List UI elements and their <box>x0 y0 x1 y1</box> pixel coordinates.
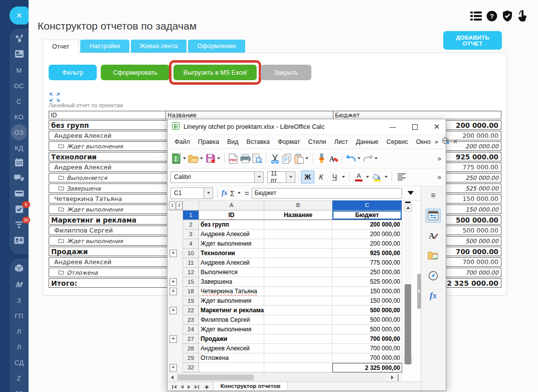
cell-B12[interactable] <box>264 268 332 277</box>
vertical-scroll-thumb[interactable] <box>405 284 411 364</box>
maximize-icon[interactable] <box>406 120 424 134</box>
sidebar-item-chat[interactable] <box>10 173 29 184</box>
cell-A10[interactable]: Технологии <box>199 249 264 258</box>
cell-C29[interactable]: 700 000,00 <box>332 353 402 363</box>
outline-expand-button[interactable]: + <box>169 288 177 295</box>
expand-formula-bar-icon[interactable] <box>408 191 414 195</box>
cell-B27[interactable] <box>264 334 332 344</box>
bold-button[interactable]: Ж <box>301 170 314 183</box>
print-preview-icon[interactable] <box>251 151 263 165</box>
row-header-15[interactable]: 15 <box>183 277 199 287</box>
highlight-color-dropdown-icon[interactable] <box>385 176 388 178</box>
cell-C23[interactable]: 500 000,00 <box>332 315 402 325</box>
cell-C4[interactable]: 200 000,00 <box>332 239 402 249</box>
italic-button[interactable]: К <box>314 170 328 183</box>
action-button-фильтр[interactable]: Фильтр <box>49 65 97 80</box>
cell-C27[interactable]: 700 000,00 <box>332 334 402 344</box>
first-sheet-icon[interactable] <box>170 383 178 390</box>
sidebar-item-ос[interactable]: ОС <box>10 80 29 91</box>
close-icon[interactable]: ✕ <box>428 120 446 134</box>
add-sheet-button[interactable]: + <box>205 382 209 390</box>
row-header-27[interactable]: 27 <box>183 334 199 344</box>
cell-C22[interactable]: 500 000,00 <box>332 306 402 315</box>
shield-check-icon[interactable] <box>502 10 513 22</box>
split-handle[interactable] <box>398 374 401 381</box>
scroll-up-icon[interactable] <box>404 204 412 212</box>
toolbar-overflow-chevrons[interactable]: » <box>437 154 446 162</box>
row-header-28[interactable]: 28 <box>183 344 199 353</box>
row-header-10[interactable]: 10 <box>183 249 199 258</box>
row-header-23[interactable]: 23 <box>183 315 199 325</box>
formatbar-overflow-chevrons[interactable]: » <box>437 173 446 181</box>
cell-B29[interactable] <box>264 353 332 363</box>
name-box-dropdown-icon[interactable] <box>204 188 213 199</box>
cell-A24[interactable]: Ждет выполнения <box>199 325 264 334</box>
menu-формат[interactable]: Формат <box>274 138 304 145</box>
sum-icon[interactable]: Σ <box>230 189 235 198</box>
sidebar-styles-icon[interactable]: A <box>426 229 441 243</box>
tab-живая-лента[interactable]: Живая лента <box>131 40 187 53</box>
sidebar-item-оз[interactable]: ОЗ <box>10 127 29 138</box>
open-icon[interactable] <box>188 151 200 165</box>
cut-icon[interactable] <box>269 151 281 165</box>
sidebar-item-л[interactable]: Л <box>10 326 29 337</box>
sidebar-navigator-icon[interactable] <box>426 269 441 283</box>
sidebar-item-logo-m[interactable]: M <box>10 279 29 290</box>
cell-C32[interactable]: 2 325 000,00 <box>332 363 402 372</box>
font-size-dropdown-icon[interactable] <box>286 172 295 182</box>
minimize-icon[interactable]: — <box>384 120 402 134</box>
font-size-combobox[interactable]: 11 пт <box>267 171 295 183</box>
cell-A4[interactable]: Ждет выполнения <box>199 239 264 249</box>
next-sheet-icon[interactable] <box>186 383 193 390</box>
cell-B18[interactable] <box>264 287 332 296</box>
cell-A15[interactable]: Завершена <box>199 277 264 287</box>
sidebar-item-м[interactable]: М <box>10 65 29 76</box>
underline-button[interactable]: Ч <box>328 170 341 183</box>
cell-A27[interactable]: Продажи <box>199 334 264 344</box>
click-hand-icon[interactable] <box>517 10 527 22</box>
row-header-22[interactable]: 22 <box>183 306 199 315</box>
sidebar-sidebar-settings-icon[interactable]: ≡ <box>426 188 441 203</box>
cell-B3[interactable] <box>264 230 332 239</box>
cell-A2[interactable]: без групп <box>199 220 264 230</box>
export-pdf-icon[interactable]: PDF <box>227 151 239 165</box>
cell-A19[interactable]: Ждет выполнения <box>199 296 264 306</box>
language-globe-icon[interactable] <box>441 137 450 146</box>
column-header-a[interactable]: A <box>199 201 264 211</box>
underline-dropdown-icon[interactable] <box>342 176 345 178</box>
cell-C12[interactable]: 250 000,00 <box>332 268 402 277</box>
outline-level-button-1[interactable]: 1 <box>169 202 175 210</box>
sidebar-item-cube[interactable] <box>10 264 29 275</box>
scroll-left-icon[interactable] <box>168 373 176 381</box>
add-report-button[interactable]: ДОБАВИТЬ ОТЧЕТ <box>443 31 502 50</box>
cell-C15[interactable]: 525 000,00 <box>332 277 402 287</box>
sidebar-item-з[interactable]: З <box>10 295 29 306</box>
cell-B22[interactable] <box>264 306 332 315</box>
clone-formatting-icon[interactable] <box>315 151 327 165</box>
cell-C24[interactable]: 500 000,00 <box>332 325 402 334</box>
action-button-выгрузить-в-ms-excel[interactable]: Выгрузить в MS Excel <box>173 65 257 80</box>
cell-B2[interactable] <box>264 220 332 230</box>
menu-вставка[interactable]: Вставка <box>243 138 274 145</box>
cell-B15[interactable] <box>264 277 332 287</box>
sidebar-item-kanban[interactable] <box>10 49 29 60</box>
sidebar-item-cardreader[interactable] <box>10 189 29 200</box>
row-header-19[interactable]: 19 <box>183 296 199 306</box>
menu-данные[interactable]: Данные <box>352 138 383 145</box>
close-document-icon[interactable]: ✕ <box>453 138 458 145</box>
sidebar-gallery-icon[interactable] <box>426 249 441 263</box>
sidebar-functions-icon[interactable]: fx <box>426 289 441 303</box>
calc-titlebar[interactable]: Lineyniy otchet po proektam.xlsx - Libre… <box>167 119 446 135</box>
row-header-24[interactable]: 24 <box>183 325 199 334</box>
row-header-2[interactable]: 2 <box>183 220 199 230</box>
copy-icon[interactable] <box>281 151 293 165</box>
clear-formatting-icon[interactable]: A <box>327 151 339 165</box>
sidebar-close-button[interactable]: ✕ <box>10 7 29 25</box>
font-name-dropdown-icon[interactable] <box>254 172 263 182</box>
cell-B32[interactable] <box>264 363 332 372</box>
formula-input[interactable]: Бюджет <box>252 188 402 199</box>
cell-C2[interactable]: 200 000,00 <box>332 220 402 230</box>
sidebar-item-share[interactable] <box>10 34 29 45</box>
sidebar-item-кд[interactable]: КД <box>10 142 29 153</box>
cell-B4[interactable] <box>264 239 332 249</box>
